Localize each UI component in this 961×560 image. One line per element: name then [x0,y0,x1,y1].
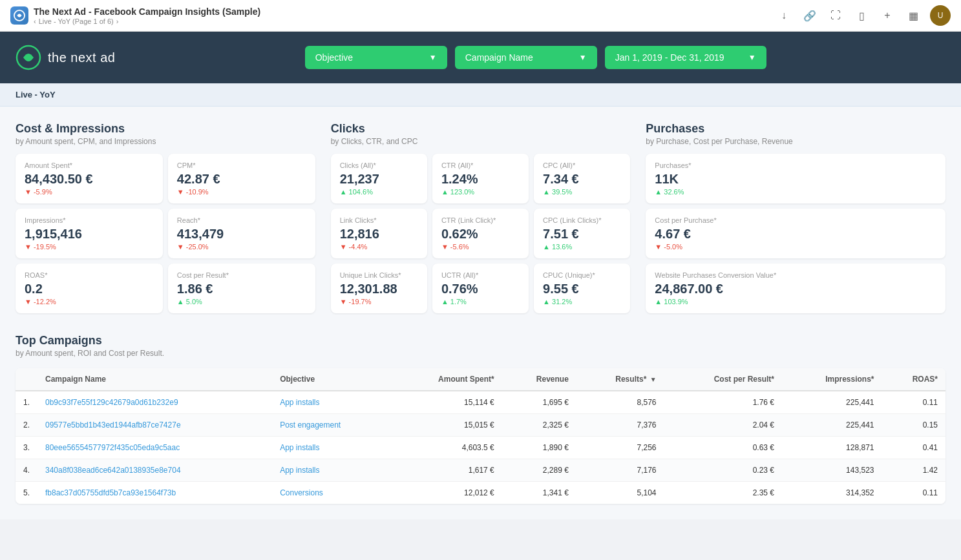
cost-per-result-cell: 0.63 € [664,437,782,459]
row-num: 3. [16,437,37,459]
cost-impressions-subtitle: by Amount spent, CPM, and Impressions [16,137,315,146]
metric-label: ROAS* [25,271,154,279]
results-cell: 7,376 [576,414,664,437]
download-icon[interactable]: ↓ [775,6,793,25]
col-results: Results* ▼ [576,368,664,391]
section-label-bar: Live - YoY [0,83,961,107]
metric-change: ▼ -25.0% [177,243,306,251]
cost-per-result-cell: 1.76 € [664,391,782,414]
main-content: Cost & Impressions by Amount spent, CPM,… [0,107,961,519]
purchases-title: Purchases [646,122,945,136]
subtitle-text: Live - YoY (Page 1 of 6) [39,17,114,25]
metric-value: 12,301.88 [340,282,418,296]
brand-logo-svg [16,45,41,70]
metric-label: CTR (All)* [441,161,520,169]
campaign-name-cell[interactable]: 0b9c93f7e55f129c42679a0d61b232e9 [37,391,272,414]
add-user-icon[interactable]: + [878,6,896,25]
col-cost-per-result: Cost per Result* [664,368,782,391]
section-label-text: Live - YoY [16,90,56,99]
metric-value: 0.62% [441,227,520,242]
metric-change: ▲ 13.6% [543,243,621,251]
prev-page-btn[interactable]: ‹ [34,17,36,25]
cost-impressions-title: Cost & Impressions [16,122,315,136]
metric-label: Purchases* [655,161,936,169]
objective-cell[interactable]: App installs [272,459,391,482]
campaigns-table: Campaign Name Objective Amount Spent* Re… [16,368,945,504]
amount-spent-cell: 15,114 € [391,391,502,414]
objective-cell[interactable]: Post engagement [272,414,391,437]
campaign-name-cell[interactable]: 80eee56554577972f435c05eda9c5aac [37,437,272,459]
metric-card: CPC (Link Clicks)* 7.51 € ▲ 13.6% [534,209,630,258]
metric-card: CPM* 42.87 € ▼ -10.9% [168,154,315,203]
col-campaign-name: Campaign Name [37,368,272,391]
table-row: 4. 340a8f038ead6ce642a0138935e8e704 App … [16,459,945,482]
metric-change: ▲ 32.6% [655,188,936,196]
objective-cell[interactable]: Conversions [272,482,391,504]
metric-card: Cost per Result* 1.86 € ▲ 5.0% [168,264,315,313]
date-range-dropdown[interactable]: Jan 1, 2019 - Dec 31, 2019 ▼ [605,46,766,69]
revenue-cell: 2,289 € [502,459,576,482]
metric-value: 84,430.50 € [25,172,154,187]
metric-value: 1.86 € [177,282,306,296]
metric-change: ▲ 39.5% [543,188,621,196]
metric-change: ▲ 123.0% [441,188,520,196]
link-icon[interactable]: 🔗 [801,6,819,25]
metric-value: 1,915,416 [25,227,154,242]
results-cell: 5,104 [576,482,664,504]
cost-per-result-cell: 2.35 € [664,482,782,504]
metric-change: ▼ -4.4% [340,243,418,251]
metric-card: CTR (Link Click)* 0.62% ▼ -5.6% [432,209,529,258]
campaigns-subtitle: by Amount spent, ROI and Cost per Result… [16,349,945,358]
brand-name: the next ad [48,50,115,65]
metric-card: ROAS* 0.2 ▼ -12.2% [16,264,163,313]
metric-label: UCTR (All)* [441,271,520,279]
app-logo-icon [10,6,28,25]
results-cell: 7,176 [576,459,664,482]
table-header-row: Campaign Name Objective Amount Spent* Re… [16,368,945,391]
next-page-btn[interactable]: › [116,17,119,25]
expand-icon[interactable]: ⛶ [827,6,845,25]
roas-cell: 1.42 [882,459,946,482]
metric-change: ▲ 31.2% [543,298,621,306]
metric-card: Clicks (All)* 21,237 ▲ 104.6% [331,154,427,203]
table-row: 3. 80eee56554577972f435c05eda9c5aac App … [16,437,945,459]
metric-change: ▲ 5.0% [177,298,306,306]
campaign-name-cell[interactable]: 09577e5bbd1b43ed1944afb87ce7427e [37,414,272,437]
brand-logo: the next ad [16,45,115,70]
objective-cell[interactable]: App installs [272,437,391,459]
campaign-name-dropdown[interactable]: Campaign Name ▼ [455,46,597,69]
metric-label: Impressions* [25,216,154,224]
metric-label: CPM* [177,161,306,169]
objective-arrow: ▼ [429,53,437,62]
copy-icon[interactable]: ▯ [852,6,871,25]
page-subtitle: ‹ Live - YoY (Page 1 of 6) › [34,17,260,25]
date-arrow: ▼ [748,53,756,62]
campaign-name-cell[interactable]: fb8ac37d05755dfd5b7ca93e1564f73b [37,482,272,504]
metric-label: Unique Link Clicks* [340,271,418,279]
metric-card: Impressions* 1,915,416 ▼ -19.5% [16,209,163,258]
metric-label: CPC (Link Clicks)* [543,216,621,224]
metric-label: Cost per Purchase* [655,216,936,224]
objective-cell[interactable]: App installs [272,391,391,414]
revenue-cell: 1,341 € [502,482,576,504]
campaign-name-cell[interactable]: 340a8f038ead6ce642a0138935e8e704 [37,459,272,482]
campaigns-title: Top Campaigns [16,334,945,347]
top-bar: The Next Ad - Facebook Campaign Insights… [0,0,961,32]
campaign-arrow: ▼ [579,53,587,62]
objective-dropdown[interactable]: Objective ▼ [305,46,447,69]
cost-per-result-cell: 2.04 € [664,414,782,437]
row-num: 5. [16,482,37,504]
user-avatar[interactable]: U [930,5,951,26]
amount-spent-cell: 4,603.5 € [391,437,502,459]
metric-label: CPC (All)* [543,161,621,169]
sort-arrow: ▼ [650,376,657,383]
metric-card: Cost per Purchase* 4.67 € ▼ -5.0% [646,209,945,258]
metric-card: CPUC (Unique)* 9.55 € ▲ 31.2% [534,264,630,313]
grid-icon[interactable]: ▦ [904,6,922,25]
col-num [16,368,37,391]
metric-value: 7.51 € [543,227,621,242]
row-num: 1. [16,391,37,414]
metric-change: ▲ 104.6% [340,188,418,196]
impressions-cell: 143,523 [782,459,882,482]
metric-value: 1.24% [441,172,520,187]
